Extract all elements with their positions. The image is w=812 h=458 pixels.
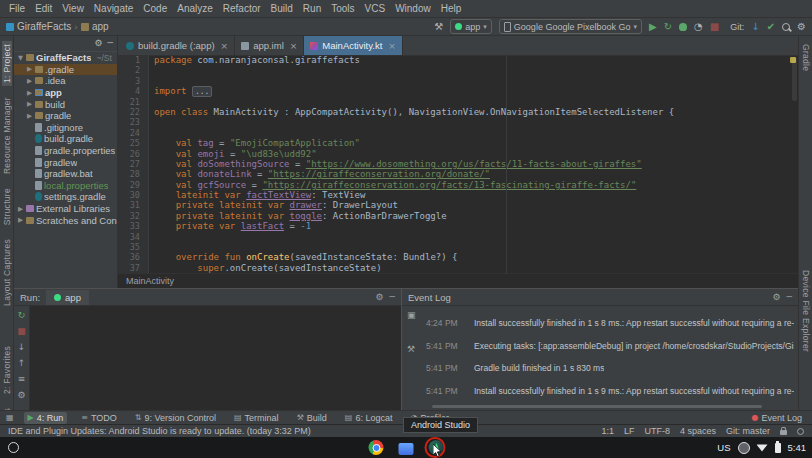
toolwindow-button-9-version-control[interactable]: ⇅9: Version Control: [131, 412, 220, 424]
tree-item-gradlew-bat[interactable]: gradlew.bat: [14, 168, 117, 180]
scroll-down-icon[interactable]: ↓: [18, 343, 26, 352]
tree-item-scratches-and-consoles[interactable]: ▶Scratches and Consoles: [14, 214, 117, 226]
toolwindow-button-build[interactable]: ⚒Build: [293, 412, 331, 424]
apply-changes-icon[interactable]: ↻: [664, 22, 672, 32]
toolwindow-stripe-1-project[interactable]: 1: Project: [2, 41, 12, 86]
project-options-gear-icon[interactable]: ⚙: [95, 39, 103, 48]
tree-item-settings-gradle[interactable]: settings.gradle: [14, 191, 117, 203]
files-app-icon[interactable]: [399, 443, 414, 455]
menu-file[interactable]: File: [4, 3, 30, 14]
status-message[interactable]: IDE and Plugin Updates: Android Studio i…: [8, 426, 311, 436]
toolwindow-stripe-2-favorites[interactable]: 2: Favorites: [2, 343, 12, 397]
toolwindow-stripe-resource-manager[interactable]: Resource Manager: [2, 94, 12, 177]
tree-item-giraffefacts[interactable]: ▼GiraffeFacts~/St: [14, 52, 117, 64]
editor-tab-app-iml[interactable]: app.iml×: [235, 36, 304, 55]
git-commit-icon[interactable]: ✔: [767, 22, 775, 32]
menu-code[interactable]: Code: [138, 3, 172, 14]
wrench-icon[interactable]: ⚒: [407, 344, 415, 354]
run-console-output[interactable]: [30, 306, 401, 410]
menu-vcs[interactable]: VCS: [360, 3, 391, 14]
tree-item-gradle[interactable]: ▶.gradle: [14, 64, 117, 76]
status-1-1[interactable]: 1:1: [601, 426, 614, 436]
close-tab-icon[interactable]: ×: [388, 41, 396, 51]
debug-icon[interactable]: [679, 23, 687, 31]
notifications-icon[interactable]: [797, 428, 804, 435]
avatar[interactable]: [738, 442, 750, 454]
run-icon[interactable]: ▶: [649, 22, 657, 32]
git-update-icon[interactable]: ↓: [751, 22, 759, 32]
menu-view[interactable]: View: [57, 3, 89, 14]
toolwindow-button-4-run[interactable]: ▶4: Run: [24, 412, 68, 424]
soft-wrap-icon[interactable]: ≡: [18, 375, 26, 384]
stop-icon[interactable]: ■: [17, 327, 26, 336]
run-panel-title: Run:: [20, 292, 40, 303]
tree-item-external-libraries[interactable]: ▶External Libraries: [14, 203, 117, 215]
event-log-button-label: Event Log: [761, 413, 802, 423]
editor-scrollbar[interactable]: [792, 57, 797, 101]
code-area[interactable]: 1package com.naranjaconsal.giraffefacts2…: [118, 55, 798, 274]
menu-analyze[interactable]: Analyze: [172, 3, 218, 14]
event-log-scrollbar[interactable]: [432, 405, 762, 408]
run-config-selector[interactable]: app ▾: [450, 19, 492, 34]
edit-filters-icon[interactable]: ▣: [407, 310, 416, 320]
menu-build[interactable]: Build: [266, 3, 298, 14]
launcher-icon[interactable]: [8, 442, 19, 453]
tree-item-app[interactable]: ▶app: [14, 87, 117, 99]
build-hammer-icon[interactable]: ⚒: [434, 22, 443, 32]
toolwindow-stripe-layout-captures[interactable]: Layout Captures: [2, 236, 12, 309]
hide-panel-icon[interactable]: ─: [108, 39, 113, 48]
lock-icon[interactable]: [780, 430, 787, 435]
toolwindow-button-todo[interactable]: ≡TODO: [77, 412, 121, 424]
menu-help[interactable]: Help: [436, 3, 467, 14]
tree-item-idea[interactable]: ▶.idea: [14, 75, 117, 87]
toolwindow-stripe-device-file-explorer[interactable]: Device File Explorer: [801, 267, 811, 355]
breadcrumb-app[interactable]: app: [81, 21, 109, 32]
tree-item-build-gradle[interactable]: build.gradle: [14, 133, 117, 145]
stop-icon[interactable]: ■: [710, 22, 719, 32]
editor-tab-build-gradle-app[interactable]: build.gradle (:app)×: [120, 36, 235, 55]
console-settings-gear-icon[interactable]: ⚙: [17, 391, 25, 400]
menu-edit[interactable]: Edit: [30, 3, 57, 14]
code-line: 21: [118, 97, 798, 107]
toolwindow-stripe-gradle[interactable]: Gradle: [801, 41, 811, 74]
tree-item-gradle[interactable]: ▶gradle: [14, 110, 117, 122]
status-4-spaces[interactable]: 4 spaces: [680, 426, 716, 436]
tree-item-gradlew[interactable]: gradlew: [14, 156, 117, 168]
status-git-master[interactable]: Git: master: [726, 426, 770, 436]
system-tray[interactable]: US 5:41: [717, 437, 806, 458]
keyboard-layout-label[interactable]: US: [717, 442, 730, 453]
editor-tab-mainactivity-kt[interactable]: MainActivity.kt×: [304, 36, 403, 55]
scroll-up-icon[interactable]: ↑: [18, 359, 26, 368]
toolwindow-stripe-structure[interactable]: Structure: [2, 185, 12, 228]
breadcrumb-giraffefacts[interactable]: GiraffeFacts: [6, 21, 71, 32]
tree-item-build[interactable]: ▶build: [14, 98, 117, 110]
rerun-icon[interactable]: ↻: [18, 311, 26, 320]
minimize-panel-icon[interactable]: ─: [390, 292, 395, 302]
tree-item-local-properties[interactable]: local.properties: [14, 180, 117, 192]
menu-window[interactable]: Window: [390, 3, 436, 14]
toolwindow-button-terminal[interactable]: ▤Terminal: [230, 412, 283, 424]
search-icon[interactable]: [782, 23, 790, 31]
toolwindow-button-event-log[interactable]: ● Event Log: [747, 412, 806, 424]
close-tab-icon[interactable]: ×: [290, 41, 298, 51]
settings-gear-icon[interactable]: ⚙: [797, 22, 806, 32]
menu-run[interactable]: Run: [298, 3, 326, 14]
chrome-icon[interactable]: [369, 440, 384, 455]
profiler-icon[interactable]: ◔: [694, 22, 703, 32]
status-lf[interactable]: LF: [624, 426, 635, 436]
panel-settings-gear-icon[interactable]: ⚙: [376, 292, 384, 302]
editor-breadcrumb[interactable]: MainActivity: [118, 273, 798, 288]
minimize-panel-icon[interactable]: ─: [787, 292, 792, 302]
menu-navigate[interactable]: Navigate: [89, 3, 138, 14]
tree-item-gradle-properties[interactable]: gradle.properties: [14, 145, 117, 157]
toolwindow-switcher-icon[interactable]: ▦: [6, 413, 14, 422]
panel-settings-gear-icon[interactable]: ⚙: [773, 292, 781, 302]
status-utf-8[interactable]: UTF-8: [644, 426, 670, 436]
menu-tools[interactable]: Tools: [326, 3, 359, 14]
device-selector[interactable]: Google Google Pixelbook Go ▾: [499, 19, 642, 34]
close-tab-icon[interactable]: ×: [221, 41, 229, 51]
menu-refactor[interactable]: Refactor: [218, 3, 266, 14]
tree-item-gitignore[interactable]: .gitignore: [14, 122, 117, 134]
run-tab-app[interactable]: app: [46, 290, 89, 305]
toolwindow-button-6-logcat[interactable]: ▤6: Logcat: [341, 412, 397, 424]
